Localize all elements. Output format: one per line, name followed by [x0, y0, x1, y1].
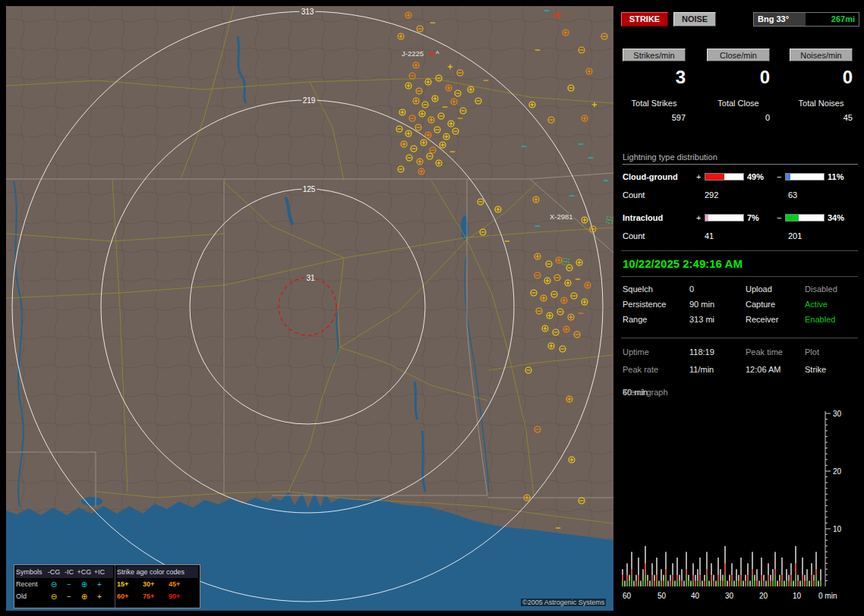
cg-pos-sign: +: [696, 172, 705, 181]
peak-time-value: 12:06 AM: [746, 365, 805, 374]
legend-old-symbols: ⊖−⊕+: [46, 592, 107, 601]
cg-pos-pct: 49%: [747, 172, 777, 181]
cg-neg-count: 63: [788, 190, 797, 200]
svg-text:10: 10: [833, 525, 842, 533]
noises-per-min-button[interactable]: Noises/min: [790, 49, 853, 61]
svg-text:0 min: 0 min: [818, 592, 837, 600]
legend-recent-symbols: ⊖−⊕+: [46, 580, 107, 589]
ic-neg-sign: −: [777, 213, 785, 222]
total-strikes-value: 597: [623, 113, 688, 122]
total-noises-label: Total Noises: [790, 99, 853, 108]
ic-pos-sign: +: [696, 213, 705, 222]
legend-col-ncg: -CG: [46, 568, 61, 576]
status-panel: STRIKE NOISE Bng 33° 267mi Strikes/min C…: [620, 6, 859, 611]
station-id-label: X-2981: [550, 212, 573, 221]
legend-age-header: Strike age color codes: [117, 568, 184, 576]
datetime-display: 10/22/2025 2:49:16 AM: [623, 257, 743, 270]
ic-neg-count: 201: [788, 231, 802, 240]
bearing-label: Bng 33°: [754, 13, 806, 26]
trend-graph-label: Trend graph: [623, 388, 682, 397]
intracloud-label: Intracloud: [623, 213, 696, 222]
ic-neg-bar: [785, 214, 825, 222]
ic-count-label: Count: [623, 231, 696, 240]
bearing-distance: 267mi: [806, 13, 859, 26]
close-per-min-button[interactable]: Close/min: [707, 49, 770, 61]
receiver-status: Enabled: [805, 315, 835, 324]
plot-value: Strike: [805, 365, 826, 374]
legend-col-pic: +IC: [92, 568, 107, 576]
svg-text:10: 10: [793, 592, 802, 600]
svg-text:^: ^: [436, 49, 440, 58]
capture-label: Capture: [746, 300, 805, 309]
ic-neg-pct: 34%: [828, 213, 857, 222]
receiver-label: Receiver: [746, 315, 805, 324]
total-close-value: 0: [707, 113, 772, 122]
squelch-value: 0: [689, 284, 746, 294]
cg-neg-pct: 11%: [828, 172, 857, 181]
lightning-map[interactable]: 31321912531 J-2225^X-2981 Symbols -CG -I…: [6, 6, 613, 611]
total-close-label: Total Close: [707, 99, 770, 108]
squelch-label: Squelch: [623, 284, 689, 294]
capture-status: Active: [805, 300, 828, 309]
legend-age-row-1: 15+30+45+: [117, 578, 198, 590]
cg-neg-sign: −: [777, 172, 785, 181]
svg-text:20: 20: [833, 467, 842, 476]
bearing-display: Bng 33° 267mi: [753, 12, 859, 27]
legend-old-label: Old: [16, 592, 46, 600]
ic-pos-pct: 7%: [747, 213, 777, 222]
svg-text:40: 40: [691, 592, 700, 600]
legend-col-nic: -IC: [61, 568, 77, 576]
range-value: 313 mi: [689, 315, 746, 324]
strike-button[interactable]: STRIKE: [621, 12, 668, 27]
cloud-ground-label: Cloud-ground: [623, 172, 696, 181]
trend-graph: 3020106050403020100 min: [620, 404, 859, 607]
upload-label: Upload: [746, 284, 805, 294]
ring-distance-label: 313: [301, 8, 314, 16]
cg-pos-bar: [705, 173, 744, 181]
copyright-text: ©2005 Astrogenic Systems: [521, 599, 606, 606]
cg-pos-count: 292: [705, 190, 718, 200]
persistence-label: Persistence: [623, 300, 689, 309]
legend-col-pcg: +CG: [77, 568, 92, 576]
svg-text:30: 30: [833, 410, 842, 418]
svg-text:20: 20: [759, 592, 768, 600]
peak-rate-value: 11/min: [689, 365, 746, 374]
total-strikes-label: Total Strikes: [623, 99, 686, 108]
app-window: 31321912531 J-2225^X-2981 Symbols -CG -I…: [0, 0, 864, 616]
strikes-per-min-button[interactable]: Strikes/min: [623, 49, 686, 61]
persistence-value: 90 min: [689, 300, 746, 309]
peak-time-label: Peak time: [746, 347, 805, 357]
station-strike-dot: [430, 52, 434, 56]
legend-symbols-header: Symbols: [16, 568, 46, 576]
map-legend: Symbols -CG -IC +CG +IC Recent ⊖−⊕+ Old …: [14, 564, 200, 608]
strikes-per-min-value: 3: [623, 67, 686, 88]
svg-text:30: 30: [725, 592, 734, 600]
range-label: Range: [623, 315, 689, 324]
uptime-label: Uptime: [623, 347, 689, 357]
svg-text:60: 60: [623, 592, 632, 600]
ring-distance-label: 125: [303, 185, 316, 193]
legend-recent-label: Recent: [16, 580, 46, 588]
ic-pos-count: 41: [705, 231, 714, 240]
upload-status: Disabled: [805, 284, 837, 294]
total-noises-value: 45: [790, 113, 855, 122]
ic-pos-bar: [705, 214, 744, 222]
uptime-value: 118:19: [689, 347, 746, 357]
close-per-min-value: 0: [707, 67, 770, 88]
noises-per-min-value: 0: [790, 67, 853, 88]
cg-neg-bar: [785, 173, 825, 181]
noise-button[interactable]: NOISE: [673, 12, 716, 27]
peak-rate-label: Peak rate: [623, 365, 689, 374]
svg-text:50: 50: [657, 592, 667, 600]
ring-distance-label: 31: [306, 274, 315, 282]
plot-label: Plot: [805, 347, 819, 357]
station-id-label: J-2225: [402, 49, 424, 58]
cg-count-label: Count: [623, 190, 696, 200]
map-canvas: 31321912531 J-2225^X-2981: [6, 6, 613, 611]
distribution-title: Lightning type distribution: [623, 152, 858, 165]
legend-age-row-2: 60+75+90+: [117, 590, 198, 602]
ring-distance-label: 219: [303, 96, 316, 105]
